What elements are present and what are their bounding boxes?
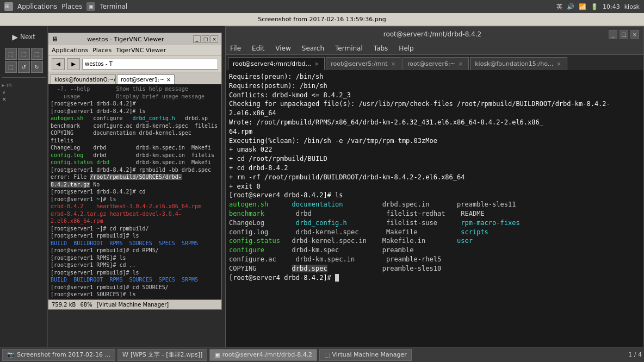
vnc-icon: 🖥: [52, 35, 58, 43]
menu-terminal[interactable]: Terminal: [333, 43, 365, 53]
tab-kiosk-label: kiosk@foundation15:/ho...: [475, 60, 553, 67]
applications-menu[interactable]: Applications: [17, 3, 57, 10]
tab-server5-close[interactable]: ×: [390, 61, 397, 67]
tab-kiosk[interactable]: kiosk@foundation15:/ho... ×: [470, 57, 567, 70]
menu-tabs[interactable]: Tabs: [371, 43, 391, 53]
vnc-close-btn[interactable]: ×: [210, 35, 218, 43]
topbar-left: ⊞ Applications Places ▣ Terminal: [4, 2, 127, 11]
vnc-address-bar[interactable]: westos - T: [82, 59, 218, 70]
vnc-terminal-content: -?, --help Show this help message --usag…: [48, 84, 221, 299]
menu-view[interactable]: View: [273, 43, 293, 53]
vnc-tabs: kiosk@foundationO:~/Des... × root@server…: [48, 72, 221, 84]
user-label: kiosk: [624, 3, 640, 10]
vnc-tab-2[interactable]: root@server1:~ ×: [117, 74, 175, 84]
taskbar-wps[interactable]: W [WPS 文字 - [集群2.wps]]: [117, 349, 207, 361]
next-label: Next: [20, 33, 35, 41]
vnc-back-btn[interactable]: ◀: [52, 58, 65, 70]
system-topbar: ⊞ Applications Places ▣ Terminal 英 🔊 📶 🔋…: [0, 0, 644, 13]
taskbar-screenshot-label: Screenshot from 2017-02-16 ...: [17, 351, 110, 358]
taskbar-terminal[interactable]: ▣ root@server4:/mnt/drbd-8.4.2: [209, 349, 317, 361]
vnc-menu-apps[interactable]: Applications: [52, 47, 88, 54]
tab-server6-label: root@server6:~: [407, 60, 455, 67]
close-btn[interactable]: ×: [630, 30, 639, 39]
vnc-tab-2-close[interactable]: ×: [166, 77, 171, 83]
sidebar-item-1[interactable]: ▸ m: [2, 82, 12, 88]
tool-btn-3[interactable]: ⬚: [31, 48, 43, 60]
sidebar-items: ▸ m ∨ ×: [2, 82, 46, 102]
doc-icon: W: [122, 351, 128, 358]
vnc-menu-places[interactable]: Places: [92, 47, 112, 54]
vnc-tab-2-label: root@server1:~: [121, 77, 164, 83]
vm-icon: ⬚: [324, 351, 330, 358]
tool-btn-5[interactable]: ↺: [18, 61, 30, 73]
vnc-window-controls: _ □ ×: [193, 35, 218, 43]
vnc-titlebar: 🖥 westos - TigerVNC Viewer _ □ ×: [48, 33, 221, 45]
tool-btn-6[interactable]: ↻: [31, 61, 43, 73]
menu-help[interactable]: Help: [397, 43, 416, 53]
next-button[interactable]: ▶ Next: [10, 30, 38, 43]
sidebar-divider: [2, 77, 46, 78]
keyboard-indicator: 英: [556, 3, 562, 11]
tab-server5-label: root@server5:/mnt: [331, 60, 387, 67]
tool-btn-1[interactable]: ⬚: [5, 48, 17, 60]
vnc-tab-1-label: kiosk@foundationO:~/Des...: [54, 77, 116, 83]
tab-server6[interactable]: root@server6:~ ×: [403, 57, 469, 70]
minimize-btn[interactable]: _: [609, 30, 617, 39]
screenshot-title: Screenshot from 2017-02-16 13:59:36.png: [258, 16, 386, 23]
camera-icon: 📷: [7, 351, 15, 358]
taskbar: 📷 Screenshot from 2017-02-16 ... W [WPS …: [0, 347, 644, 362]
taskbar-vmmanager[interactable]: ⬚ Virtual Machine Manager: [319, 349, 412, 361]
taskbar-terminal-label: root@server4:/mnt/drbd-8.4.2: [222, 351, 312, 358]
apps-icon: ⊞: [4, 2, 13, 11]
vnc-fwd-btn[interactable]: ▶: [67, 58, 80, 70]
vnc-title: westos - TigerVNC Viewer: [58, 36, 193, 43]
terminal-title: root@server4:/mnt/drbd-8.4.2: [256, 30, 609, 38]
terminal-menu[interactable]: Terminal: [100, 3, 127, 10]
tool-btn-2[interactable]: ⬚: [18, 48, 30, 60]
vnc-zoom: 68%: [80, 302, 92, 308]
taskbar-screenshot[interactable]: 📷 Screenshot from 2017-02-16 ...: [2, 349, 115, 361]
sidebar-item-close[interactable]: ×: [2, 96, 7, 102]
places-menu[interactable]: Places: [61, 3, 82, 10]
taskbar-page-indicator: 1 / 4: [628, 351, 642, 358]
tab-server6-close[interactable]: ×: [457, 61, 464, 67]
vnc-menu-viewer[interactable]: TigerVNC Viewer: [116, 47, 166, 54]
terminal-output: Requires(preun): /bin/sh Requires(postun…: [226, 70, 643, 352]
terminal-icon[interactable]: ▣: [86, 2, 95, 11]
sidebar-tools: ⬚ ⬚ ⬚ ⬚ ↺ ↻: [0, 48, 47, 73]
tab-server4[interactable]: root@server4:/mnt/drbd... ×: [228, 57, 325, 70]
page-number: 1 / 4: [628, 351, 642, 358]
main-terminal-window: root@server4:/mnt/drbd-8.4.2 _ □ × File …: [225, 26, 644, 352]
taskbar-wps-label: [WPS 文字 - [集群2.wps]]: [131, 351, 202, 359]
vnc-viewer-window: 🖥 westos - TigerVNC Viewer _ □ × Applica…: [48, 33, 222, 310]
left-sidebar: ▶ Next ⬚ ⬚ ⬚ ⬚ ↺ ↻ ▸ m ∨ ×: [0, 26, 48, 347]
tool-btn-4[interactable]: ⬚: [5, 61, 17, 73]
vnc-toolbar: ◀ ▶ westos - T: [48, 56, 221, 72]
tab-server4-close[interactable]: ×: [313, 61, 320, 67]
tab-server4-label: root@server4:/mnt/drbd...: [233, 60, 311, 67]
topbar-right: 英 🔊 📶 🔋 10:43 kiosk: [556, 3, 640, 11]
vnc-extra-label: [Virtual Machine Manager]: [97, 302, 169, 308]
vnc-minimize-btn[interactable]: _: [193, 35, 201, 43]
taskbar-vm-label: Virtual Machine Manager: [332, 351, 407, 358]
vnc-maximize-btn[interactable]: □: [202, 35, 209, 43]
terminal-taskbar-icon: ▣: [214, 351, 220, 358]
maximize-btn[interactable]: □: [620, 30, 628, 39]
menu-file[interactable]: File: [228, 43, 243, 53]
vnc-status-bar: 759.2 kB 68% [Virtual Machine Manager]: [48, 299, 221, 309]
battery-icon: 🔋: [591, 3, 598, 10]
window-controls: _ □ ×: [609, 30, 639, 39]
tab-kiosk-close[interactable]: ×: [555, 61, 562, 67]
terminal-tabs: root@server4:/mnt/drbd... × root@server5…: [226, 55, 643, 70]
menu-edit[interactable]: Edit: [250, 43, 267, 53]
tab-server5[interactable]: root@server5:/mnt ×: [326, 57, 401, 70]
screenshot-titlebar: Screenshot from 2017-02-16 13:59:36.png: [0, 13, 644, 26]
clock: 10:43: [603, 3, 620, 10]
network-icon: 📶: [579, 3, 586, 10]
menu-search[interactable]: Search: [300, 43, 326, 53]
vnc-size: 759.2 kB: [52, 302, 76, 308]
vnc-tab-1[interactable]: kiosk@foundationO:~/Des... ×: [51, 74, 116, 84]
sidebar-expand: ∨: [2, 89, 6, 95]
terminal-menubar: File Edit View Search Terminal Tabs Help: [226, 42, 643, 55]
vnc-menu: Applications Places TigerVNC Viewer: [48, 45, 221, 56]
